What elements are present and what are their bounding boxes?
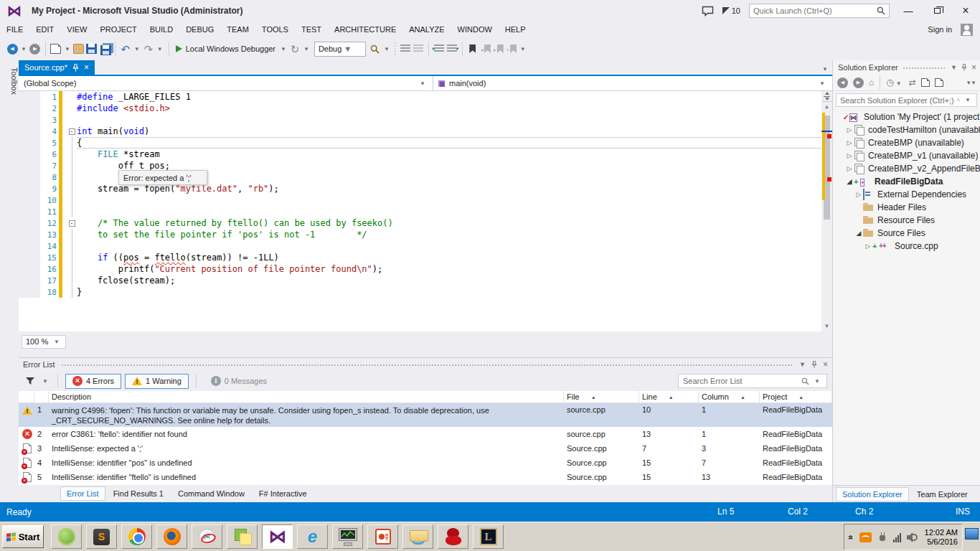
tree-expander-icon[interactable]: ▷ xyxy=(845,126,854,133)
tree-item[interactable]: ◢++ReadFileBigData xyxy=(833,175,980,188)
dock-tab-team-explorer[interactable]: Team Explorer xyxy=(910,487,974,501)
tree-item[interactable]: ▷CreateBMP (unavailable) xyxy=(833,136,980,149)
taskbar-chrome-icon[interactable] xyxy=(121,524,152,549)
hidden-icons-chevron[interactable]: « xyxy=(846,534,856,540)
tab-source-cpp[interactable]: Source.cpp* × xyxy=(19,60,95,75)
tray-orange-app-icon[interactable] xyxy=(859,532,872,542)
chevron-down-icon[interactable]: ▼ xyxy=(518,46,528,52)
quick-launch-box[interactable] xyxy=(749,4,890,18)
breakpoint-margin[interactable] xyxy=(19,194,40,206)
taskbar-red-mascot-icon[interactable] xyxy=(438,524,468,549)
breakpoint-margin[interactable] xyxy=(19,275,40,286)
menu-window[interactable]: WINDOW xyxy=(451,23,499,36)
tree-expander-icon[interactable]: ◢ xyxy=(854,230,863,237)
sync-with-active-document-icon[interactable]: ⇄ xyxy=(909,78,916,87)
taskbar-internet-explorer-icon[interactable]: e xyxy=(297,524,328,549)
tree-expander-icon[interactable]: ▷ xyxy=(845,165,854,172)
taskbar-sublime-text-icon[interactable]: S xyxy=(86,524,117,549)
chevron-down-icon[interactable]: ▼ xyxy=(19,46,29,52)
split-editor-handle[interactable] xyxy=(821,91,832,102)
breakpoint-margin[interactable] xyxy=(19,149,40,160)
breakpoint-margin[interactable] xyxy=(19,240,40,252)
tree-item[interactable]: ▷External Dependencies xyxy=(833,188,980,201)
tree-expander-icon[interactable]: ▷ xyxy=(854,191,863,198)
breakpoint-margin[interactable] xyxy=(19,160,40,171)
notifications-flag-icon[interactable]: 10 xyxy=(722,6,740,15)
new-file-icon[interactable] xyxy=(50,41,62,57)
menu-tools[interactable]: TOOLS xyxy=(255,23,295,36)
breakpoint-margin[interactable] xyxy=(19,286,40,298)
indent-lines-2-icon[interactable] xyxy=(446,41,458,57)
chevron-down-icon[interactable]: ▼ xyxy=(40,378,50,385)
solution-explorer-search-box[interactable]: Search Solution Explorer (Ctrl+;) ▼ xyxy=(836,93,977,107)
chevron-down-icon[interactable]: ▼ xyxy=(278,46,288,52)
nav-forward-icon[interactable]: ▶ xyxy=(29,41,42,57)
window-position-icon[interactable]: ▼ xyxy=(951,64,957,71)
breakpoint-margin[interactable] xyxy=(19,206,40,217)
user-avatar-icon[interactable] xyxy=(961,24,973,36)
taskbar-powerpoint-icon[interactable] xyxy=(367,524,398,549)
toolbar-overflow-icon[interactable]: ▼▼ xyxy=(966,80,976,86)
chevron-down-icon[interactable]: ▼ xyxy=(382,46,392,52)
home-icon[interactable]: ⌂ xyxy=(869,78,874,87)
warnings-filter-button[interactable]: 1 Warning xyxy=(125,374,189,389)
dock-tab-f-interactive[interactable]: F# Interactive xyxy=(253,486,314,501)
breakpoint-margin[interactable] xyxy=(19,114,40,126)
back-icon[interactable]: ◀ xyxy=(837,77,848,88)
start-button[interactable]: Start xyxy=(2,525,44,548)
zoom-dropdown[interactable]: 100 % ▼ xyxy=(22,335,66,349)
breakpoint-margin[interactable] xyxy=(19,263,40,275)
dock-tab-error-list[interactable]: Error List xyxy=(60,486,105,501)
tree-item[interactable]: Resource Files xyxy=(833,214,980,227)
breakpoint-margin[interactable] xyxy=(19,252,40,263)
solution-explorer-title-bar[interactable]: Solution Explorer ▼ × xyxy=(833,60,980,75)
error-row[interactable]: 1warning C4996: 'fopen': This function o… xyxy=(19,403,832,427)
error-row[interactable]: 2error C3861: 'ftello': identifier not f… xyxy=(19,427,832,441)
taskbar-visual-studio-icon[interactable]: ⋈ xyxy=(262,524,293,549)
open-file-icon[interactable] xyxy=(72,41,85,57)
pin-icon[interactable] xyxy=(72,64,79,72)
prev-bookmark-icon[interactable]: ◂ xyxy=(479,41,492,57)
solution-configurations-dropdown[interactable]: Debug▼ xyxy=(314,42,366,57)
column-header-line[interactable]: Line▲ xyxy=(639,391,699,402)
breakpoint-margin[interactable] xyxy=(19,91,40,103)
save-icon[interactable] xyxy=(85,41,98,57)
taskbar-file-explorer-icon[interactable] xyxy=(402,524,433,549)
collapse-all-icon[interactable] xyxy=(921,78,930,87)
sign-in-link[interactable]: Sign in xyxy=(928,25,952,34)
network-signal-icon[interactable] xyxy=(893,532,901,542)
chevron-down-icon[interactable]: ▼ xyxy=(963,97,973,103)
tree-item[interactable]: ▷codeTestHamilton (unavailable) xyxy=(833,123,980,136)
breakpoint-margin[interactable] xyxy=(19,137,40,149)
taskbar-sticky-notes-icon[interactable] xyxy=(227,524,258,549)
breakpoint-margin[interactable] xyxy=(19,229,40,240)
tree-item[interactable]: ▷+++Source.cpp xyxy=(833,240,980,253)
tree-expander-icon[interactable]: ▷ xyxy=(845,139,854,146)
taskbar-snipping-tool-icon[interactable] xyxy=(192,524,222,549)
pending-changes-filter-icon[interactable]: ◷▼ xyxy=(886,78,903,87)
nav-back-icon[interactable]: ◀ xyxy=(6,41,19,57)
tree-expander-icon[interactable]: ◢ xyxy=(845,178,854,185)
breakpoint-margin[interactable] xyxy=(19,126,40,137)
close-tab-icon[interactable]: × xyxy=(84,63,89,72)
menu-help[interactable]: HELP xyxy=(499,23,532,36)
breakpoint-margin[interactable] xyxy=(19,103,40,114)
menu-build[interactable]: BUILD xyxy=(143,23,179,36)
close-icon[interactable]: × xyxy=(971,62,976,72)
menu-analyze[interactable]: ANALYZE xyxy=(402,23,451,36)
menu-debug[interactable]: DEBUG xyxy=(179,23,220,36)
errors-filter-button[interactable]: 4 Errors xyxy=(65,374,121,389)
dock-tab-command-window[interactable]: Command Window xyxy=(171,486,251,501)
error-list-title-bar[interactable]: Error List ▼ × xyxy=(19,358,832,371)
pin-icon[interactable] xyxy=(811,361,817,368)
chevron-down-icon[interactable]: ▼ xyxy=(62,46,72,52)
breakpoint-margin[interactable] xyxy=(19,183,40,194)
column-header-file[interactable]: File▲ xyxy=(564,391,639,402)
close-icon[interactable]: × xyxy=(823,359,828,369)
forward-icon[interactable]: ▶ xyxy=(853,77,864,88)
tree-item[interactable]: ▷CreateBMP_v1 (unavailable) xyxy=(833,149,980,162)
next-bookmark-icon[interactable]: ▸ xyxy=(492,41,505,57)
taskbar-league-of-legends-icon[interactable]: L xyxy=(473,524,504,549)
toolbox-tab[interactable]: Toolbox xyxy=(0,60,19,502)
menu-file[interactable]: FILE xyxy=(0,23,29,36)
